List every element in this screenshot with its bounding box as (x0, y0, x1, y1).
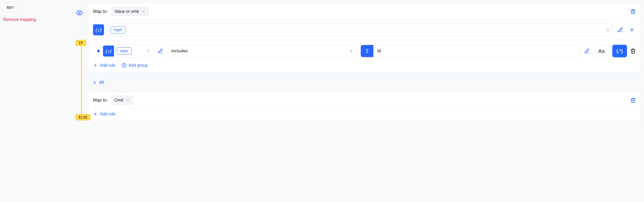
map-to-label: Map to: (93, 98, 108, 103)
rule-connector-dot (97, 50, 100, 52)
map-to-select[interactable]: Value or omit (111, 7, 149, 16)
sort-icon (606, 27, 610, 32)
else-card: Map to: Omit Add rule (88, 92, 641, 121)
svg-point-0 (79, 12, 80, 14)
edit-rule-text-icon[interactable] (583, 47, 591, 55)
else-branch-label: ELSE (75, 114, 91, 120)
add-expression-icon[interactable] (628, 26, 636, 34)
map-to-value: Value or omit (114, 9, 139, 14)
case-sensitive-toggle[interactable]: Aa (594, 45, 609, 57)
rule-variable-select[interactable]: mpn (114, 45, 153, 57)
else-add-rule-label: Add rule (100, 112, 116, 116)
preview-icon[interactable] (76, 9, 83, 16)
or-label: OR (99, 80, 104, 85)
sort-icon (349, 48, 353, 54)
rule-text-input[interactable] (373, 48, 579, 54)
delete-else-icon[interactable] (630, 97, 636, 103)
variable-token: mpn (111, 26, 125, 33)
map-to-label: Map to: (93, 9, 108, 14)
rule-variable-token: mpn (117, 47, 132, 55)
remove-mapping-link[interactable]: Remove mapping (3, 17, 82, 22)
variable-badge-icon: (𝑥) (93, 24, 104, 35)
else-add-rule-button[interactable]: Add rule (93, 112, 116, 116)
branch-connector (81, 45, 82, 121)
field-tag: mpn (3, 3, 17, 12)
chevron-down-icon (126, 98, 130, 102)
if-branch-label: IF (75, 40, 86, 46)
add-or-button[interactable]: OR (88, 78, 641, 87)
delete-if-icon[interactable] (630, 9, 636, 14)
add-rule-label: Add rule (100, 63, 116, 68)
edit-expression-icon[interactable] (616, 26, 624, 34)
expression-field[interactable]: mpn (108, 24, 613, 36)
chevron-down-icon (141, 9, 146, 14)
else-map-to-select[interactable]: Omit (111, 96, 134, 105)
edit-rule-variable-icon[interactable] (156, 47, 164, 55)
operator-select[interactable]: includes (167, 45, 357, 57)
sort-icon (146, 48, 150, 54)
add-rule-button[interactable]: Add rule (93, 63, 116, 68)
regex-toggle[interactable]: (.*) (612, 45, 627, 57)
add-group-label: Add group (129, 63, 148, 68)
delete-rule-icon[interactable] (630, 48, 636, 54)
operator-value: includes (171, 48, 188, 54)
text-type-icon: T (361, 45, 373, 57)
add-group-button[interactable]: Add group (122, 63, 148, 68)
variable-badge-icon: (𝑥) (103, 46, 114, 57)
if-card: Map to: Value or omit (𝑥) mpn (88, 3, 641, 73)
else-map-to-value: Omit (114, 98, 123, 103)
